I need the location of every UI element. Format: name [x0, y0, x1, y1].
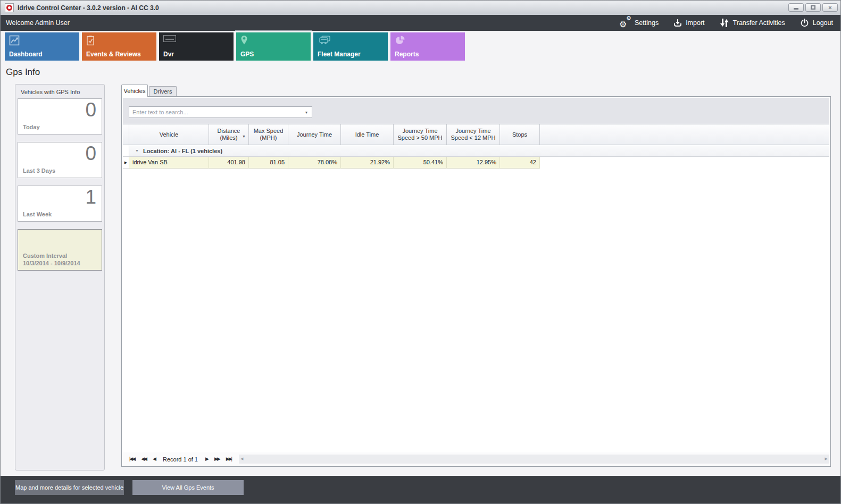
card-custom-interval[interactable]: Custom Interval 10/3/2014 - 10/9/2014 [18, 229, 102, 271]
horizontal-scrollbar[interactable]: ◀ ▶ [239, 455, 829, 464]
cell-distance[interactable]: 401.98 [209, 157, 249, 169]
tile-fleet-manager[interactable]: Fleet Manager [313, 32, 388, 61]
app-window: Idrive Control Center - 3.0.2 version - … [0, 0, 841, 504]
search-combobox[interactable]: ▼ [129, 106, 312, 118]
chevron-down-icon[interactable]: ▼ [301, 107, 312, 117]
collapse-triangle-icon[interactable]: ▼ [135, 149, 139, 153]
tile-gps[interactable]: GPS [236, 32, 311, 61]
search-input[interactable] [129, 107, 301, 117]
tab-vehicles[interactable]: Vehicles [121, 85, 148, 97]
welcome-text: Welcome Admin User [6, 19, 70, 27]
top-toolbar: Welcome Admin User ⚙⚙ Settings Import [1, 15, 840, 31]
app-icon [5, 3, 14, 12]
table-row-idrive-van-sb[interactable]: ▶ idrive Van SB 401.98 81.05 78.08% 21.9… [123, 157, 829, 169]
next-page-button[interactable]: ▶▶ [214, 457, 220, 461]
selected-tile-indicator [235, 30, 312, 31]
group-row-location[interactable]: ▼ Location: Al - FL (1 vehicles) [123, 145, 829, 157]
grid-header: Vehicle Distance (Miles) ▼ Max Speed (MP… [123, 124, 829, 145]
prev-page-button[interactable]: ◀◀ [141, 457, 146, 461]
search-band: ▼ [123, 98, 829, 124]
first-record-button[interactable]: |◀◀ [129, 457, 135, 461]
maximize-button[interactable] [805, 3, 821, 12]
column-header-max-speed[interactable]: Max Speed (MPH) [249, 124, 288, 145]
pie-chart-icon [395, 35, 461, 46]
column-header-jt-over-50[interactable]: Journey Time Speed > 50 MPH [394, 124, 447, 145]
record-navigator: |◀◀ ◀◀ ◀ Record 1 of 1 ▶ ▶▶ ▶▶| ◀ ▶ [123, 452, 829, 466]
minimize-button[interactable] [788, 3, 804, 12]
logout-button[interactable]: Logout [800, 19, 833, 28]
cell-vehicle[interactable]: idrive Van SB [129, 157, 209, 169]
row-indicator-header [123, 124, 129, 145]
titlebar: Idrive Control Center - 3.0.2 version - … [1, 1, 840, 15]
card-last-3-days[interactable]: 0 Last 3 Days [18, 142, 102, 178]
settings-button[interactable]: ⚙⚙ Settings [619, 18, 659, 28]
group-row-label: Location: Al - FL (1 vehicles) [143, 148, 222, 154]
column-header-filler [540, 124, 829, 145]
power-icon [800, 19, 809, 28]
view-all-gps-events-button[interactable]: View All Gps Events [132, 480, 244, 495]
cell-max-speed[interactable]: 81.05 [249, 157, 288, 169]
page-title: Gps Info [6, 67, 40, 78]
cell-jt-over-50[interactable]: 50.41% [394, 157, 447, 169]
row-indicator-cell [123, 145, 129, 156]
tab-drivers[interactable]: Drivers [149, 86, 177, 97]
card-last-week[interactable]: 1 Last Week [18, 186, 102, 222]
last-record-button[interactable]: ▶▶| [226, 457, 231, 461]
cell-jt-under-12[interactable]: 12.95% [447, 157, 500, 169]
gear-icon: ⚙⚙ [619, 18, 631, 28]
tile-events-reviews[interactable]: Events & Reviews [82, 32, 156, 61]
line-chart-icon [9, 35, 75, 46]
clipboard-check-icon [86, 35, 152, 46]
current-row-marker-icon: ▶ [123, 157, 129, 169]
import-icon [673, 19, 682, 27]
scroll-right-icon[interactable]: ▶ [825, 457, 828, 461]
record-count-text: Record 1 of 1 [163, 456, 198, 463]
column-header-jt-under-12[interactable]: Journey Time Speed < 12 MPH [447, 124, 500, 145]
scroll-left-icon[interactable]: ◀ [240, 457, 243, 461]
trucks-icon [318, 35, 384, 46]
transfer-arrows-icon [720, 18, 729, 28]
nav-tiles: Dashboard Events & Reviews Dvr [5, 32, 465, 61]
cell-journey-time[interactable]: 78.08% [288, 157, 341, 169]
cell-stops[interactable]: 42 [500, 157, 540, 169]
prev-record-button[interactable]: ◀ [153, 457, 155, 461]
map-details-button[interactable]: Map and more details for selected vehicl… [15, 480, 124, 495]
custom-interval-dates: 10/3/2014 - 10/9/2014 [23, 260, 80, 266]
cell-idle-time[interactable]: 21.92% [341, 157, 394, 169]
dvr-device-icon [163, 35, 176, 42]
sort-desc-icon: ▼ [242, 133, 246, 140]
bottom-action-bar: Map and more details for selected vehicl… [1, 476, 840, 503]
gps-info-sidebar: Vehicles with GPS Info 0 Today 0 Last 3 … [15, 84, 105, 471]
transfer-activities-button[interactable]: Transfer Activities [720, 18, 785, 28]
column-header-stops[interactable]: Stops [500, 124, 540, 145]
next-record-button[interactable]: ▶ [205, 457, 208, 461]
tile-dvr[interactable]: Dvr [159, 32, 234, 61]
column-header-idle-time[interactable]: Idle Time [341, 124, 394, 145]
sidebar-header: Vehicles with GPS Info [15, 85, 104, 98]
column-header-vehicle[interactable]: Vehicle [129, 124, 209, 145]
window-title: Idrive Control Center - 3.0.2 version - … [18, 4, 159, 12]
tile-dashboard[interactable]: Dashboard [5, 32, 79, 61]
import-button[interactable]: Import [673, 19, 704, 27]
location-pin-icon [240, 35, 306, 46]
column-header-distance[interactable]: Distance (Miles) ▼ [209, 124, 249, 145]
card-today[interactable]: 0 Today [18, 98, 102, 135]
tile-reports[interactable]: Reports [390, 32, 465, 61]
vehicles-tab-panel: ▼ Vehicle Distance (Miles) ▼ Max Speed (… [121, 96, 831, 467]
column-header-journey-time[interactable]: Journey Time [288, 124, 341, 145]
close-button[interactable]: × [822, 3, 838, 12]
